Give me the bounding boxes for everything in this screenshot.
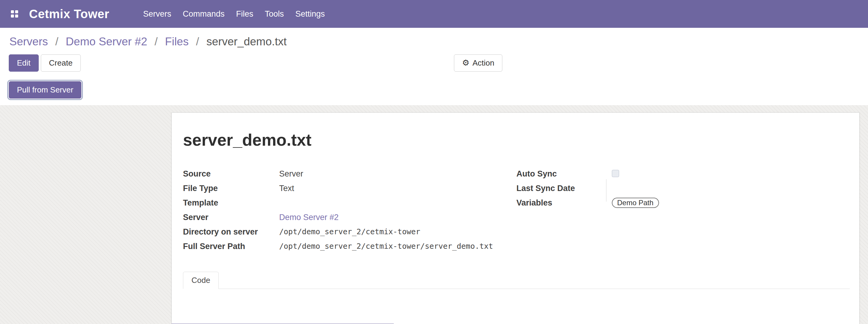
nav-item-files[interactable]: Files [236, 9, 253, 19]
field-row-variables: Variables Demo Path [517, 197, 850, 208]
breadcrumb-link-files[interactable]: Files [165, 35, 189, 48]
field-label-file-type: File Type [183, 183, 279, 194]
breadcrumb-link-demo-server[interactable]: Demo Server #2 [66, 35, 147, 48]
field-label-auto-sync: Auto Sync [517, 168, 612, 180]
button-row: Edit Create ⚙ Action [0, 55, 868, 72]
field-label-server: Server [183, 212, 279, 223]
field-column-right: Auto Sync Last Sync Date Variables Demo … [517, 168, 850, 255]
tab-bar: Code [183, 272, 850, 289]
field-label-directory: Directory on server [183, 226, 279, 237]
field-row-file-type: File Type Text [183, 183, 517, 194]
tab-code[interactable]: Code [183, 272, 219, 289]
action-menu-button[interactable]: ⚙ Action [454, 55, 502, 72]
control-panel: Servers / Demo Server #2 / Files / serve… [0, 28, 868, 105]
record-title: server_demo.txt [183, 130, 850, 150]
form-sheet: server_demo.txt Source Server File Type … [172, 112, 860, 324]
field-row-full-path: Full Server Path /opt/demo_server_2/cetm… [183, 240, 517, 252]
top-nav: Cetmix Tower Servers Commands Files Tool… [0, 0, 868, 28]
field-label-template: Template [183, 197, 279, 208]
create-button[interactable]: Create [41, 55, 81, 72]
variable-tag-demo-path: Demo Path [612, 198, 659, 208]
breadcrumb-link-servers[interactable]: Servers [9, 35, 48, 48]
nav-item-commands[interactable]: Commands [183, 9, 224, 19]
field-row-last-sync-date: Last Sync Date [517, 183, 850, 194]
edit-button[interactable]: Edit [9, 55, 39, 72]
breadcrumb-current: server_demo.txt [207, 35, 287, 48]
nav-menu: Servers Commands Files Tools Settings [143, 9, 325, 19]
nav-item-settings[interactable]: Settings [295, 9, 325, 19]
breadcrumb-separator: / [155, 35, 158, 48]
pull-from-server-button[interactable]: Pull from Server [9, 81, 81, 99]
field-value-full-path: /opt/demo_server_2/cetmix-tower/server_d… [279, 240, 493, 252]
field-row-auto-sync: Auto Sync [517, 168, 850, 180]
breadcrumb-separator: / [196, 35, 199, 48]
server-record-link[interactable]: Demo Server #2 [279, 213, 339, 222]
breadcrumb: Servers / Demo Server #2 / Files / serve… [0, 28, 868, 48]
field-column-divider [606, 179, 607, 202]
breadcrumb-separator: / [55, 35, 58, 48]
field-row-source: Source Server [183, 168, 517, 180]
field-value-file-type: Text [279, 183, 294, 194]
nav-item-servers[interactable]: Servers [143, 9, 171, 19]
field-value-directory: /opt/demo_server_2/cetmix-tower [279, 226, 421, 237]
action-menu-label: Action [472, 55, 494, 71]
field-label-source: Source [183, 168, 279, 180]
field-row-template: Template [183, 197, 517, 208]
field-row-directory: Directory on server /opt/demo_server_2/c… [183, 226, 517, 237]
field-row-server: Server Demo Server #2 [183, 212, 517, 223]
apps-grid-icon [11, 10, 18, 18]
pull-row: Pull from Server [0, 81, 868, 105]
brand-title[interactable]: Cetmix Tower [29, 7, 109, 21]
field-label-full-path: Full Server Path [183, 240, 279, 252]
apps-menu-button[interactable] [7, 6, 22, 22]
field-value-source: Server [279, 168, 303, 180]
gear-icon: ⚙ [462, 59, 469, 67]
field-column-left: Source Server File Type Text Template Se… [183, 168, 517, 255]
nav-item-tools[interactable]: Tools [265, 9, 284, 19]
field-label-last-sync-date: Last Sync Date [517, 183, 612, 194]
field-label-variables: Variables [517, 197, 612, 208]
auto-sync-checkbox [612, 170, 619, 177]
field-group: Source Server File Type Text Template Se… [183, 168, 850, 255]
notebook: Code [183, 272, 850, 289]
content-area: server_demo.txt Source Server File Type … [0, 105, 868, 324]
